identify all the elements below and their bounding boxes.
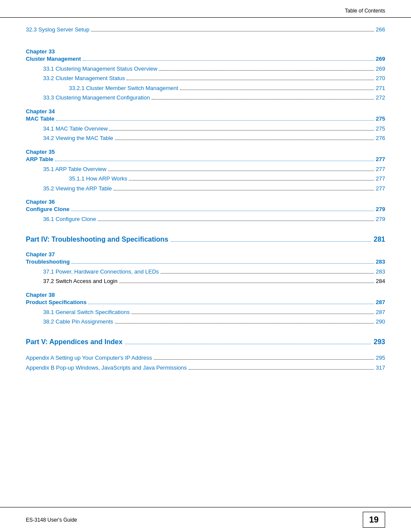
toc-page-33-2: 270: [376, 74, 385, 83]
chapter-38-page: 287: [376, 299, 385, 305]
chapter-38-heading: Chapter 38: [26, 292, 385, 298]
chapter-38-title: Product Specifications: [26, 299, 87, 305]
toc-label-37-1: 37.1 Power, Hardware Connections, and LE…: [43, 268, 159, 276]
toc-label-33-2: 33.2 Cluster Management Status: [43, 74, 125, 83]
toc-entry-34-1: 34.1 MAC Table Overview 275: [43, 124, 385, 133]
toc-dots-34-2: [115, 140, 374, 140]
toc-page-37-2: 284: [376, 277, 385, 286]
chapter-34-title: MAC Table: [26, 115, 54, 122]
toc-entry-33-2: 33.2 Cluster Management Status 270: [43, 74, 385, 83]
appendix-b-page: 317: [376, 364, 385, 372]
part-5-page: 293: [374, 338, 385, 346]
toc-dots-37-2: [119, 283, 374, 283]
toc-page-35-1-1: 277: [376, 174, 385, 183]
toc-entry-34-2: 34.2 Viewing the MAC Table 276: [43, 134, 385, 143]
page-number-box: 19: [363, 512, 385, 528]
chapter-36-title-line: Configure Clone 279: [26, 206, 385, 212]
toc-content: 32.3 Syslog Server Setup 266 Chapter 33 …: [0, 25, 411, 408]
header-title: Table of Contents: [345, 8, 385, 14]
toc-entry-37-1: 37.1 Power, Hardware Connections, and LE…: [43, 268, 385, 276]
part-5-dots: [125, 344, 371, 344]
toc-entry-35-1: 35.1 ARP Table Overview 277: [43, 165, 385, 174]
toc-label-33-2-1: 33.2.1 Cluster Member Switch Management: [69, 84, 178, 93]
chapter-37-dots: [72, 263, 374, 264]
toc-page-33-3: 272: [376, 93, 385, 102]
appendix-entries: Appendix A Setting up Your Computer's IP…: [26, 354, 385, 372]
toc-entry-38-1: 38.1 General Switch Specifications 287: [43, 308, 385, 317]
chapter-33-heading: Chapter 33: [26, 48, 385, 55]
toc-entry-35-2: 35.2 Viewing the ARP Table 277: [43, 184, 385, 193]
chapter-35-section: Chapter 35 ARP Table 277 35.1 ARP Table …: [26, 149, 385, 193]
toc-page-35-1: 277: [376, 165, 385, 174]
chapter-37-section: Chapter 37 Troubleshooting 283 37.1 Powe…: [26, 251, 385, 286]
toc-entry-38-2: 38.2 Cable Pin Assignments 290: [43, 317, 385, 326]
chapter-34-title-line: MAC Table 275: [26, 115, 385, 122]
chapter-36-title: Configure Clone: [26, 206, 69, 212]
chapter-38-dots: [88, 304, 374, 304]
appendix-a-label: Appendix A Setting up Your Computer's IP…: [26, 354, 152, 362]
toc-label-33-3: 33.3 Clustering Management Configuration: [43, 93, 150, 102]
chapter-38-title-line: Product Specifications 287: [26, 299, 385, 305]
chapter-33-title: Cluster Management: [26, 56, 81, 62]
toc-label-32-3: 32.3 Syslog Server Setup: [26, 25, 89, 34]
appendix-a-entry: Appendix A Setting up Your Computer's IP…: [26, 354, 385, 362]
toc-label-36-1: 36.1 Configure Clone: [43, 215, 96, 224]
appendix-b-entry: Appendix B Pop-up Windows, JavaScripts a…: [26, 364, 385, 372]
toc-dots-33-2-1: [180, 90, 374, 90]
part-4-heading: Part IV: Troubleshooting and Specificati…: [26, 236, 385, 243]
chapter-33-title-line: Cluster Management 269: [26, 56, 385, 62]
toc-label-34-2: 34.2 Viewing the MAC Table: [43, 134, 113, 143]
toc-page-32-3: 266: [376, 25, 385, 34]
toc-entry-37-2: 37.2 Switch Access and Login 284: [43, 277, 385, 286]
chapter-35-heading: Chapter 35: [26, 149, 385, 155]
toc-label-38-1: 38.1 General Switch Specifications: [43, 308, 130, 317]
toc-page-36-1: 279: [376, 215, 385, 224]
chapter-37-title-line: Troubleshooting 283: [26, 258, 385, 265]
toc-page-34-2: 276: [376, 134, 385, 143]
chapter-36-heading: Chapter 36: [26, 199, 385, 205]
chapter-33-dots: [83, 60, 374, 61]
part-5-title: Part V: Appendices and Index: [26, 338, 122, 346]
toc-dots-38-1: [131, 314, 374, 314]
chapter-33-sub-subs: 33.2.1 Cluster Member Switch Management …: [69, 84, 385, 93]
chapter-38-subs: 38.1 General Switch Specifications 287 3…: [43, 308, 385, 326]
toc-page-38-1: 287: [376, 308, 385, 317]
toc-entry-35-1-1: 35.1.1 How ARP Works 277: [69, 174, 385, 183]
chapter-34-heading: Chapter 34: [26, 108, 385, 115]
toc-dots-35-1: [108, 171, 374, 171]
chapter-36-dots: [71, 211, 374, 211]
chapter-34-dots: [56, 120, 374, 121]
chapter-36-page: 279: [376, 206, 385, 212]
toc-dots-35-2: [114, 190, 374, 190]
toc-page-33-2-1: 271: [376, 84, 385, 93]
toc-entry-33-3: 33.3 Clustering Management Configuration…: [43, 93, 385, 102]
toc-entry-32-3: 32.3 Syslog Server Setup 266: [26, 25, 385, 34]
chapter-33-section: Chapter 33 Cluster Management 269 33.1 C…: [26, 48, 385, 102]
toc-dots-37-1: [161, 273, 374, 274]
chapter-35-title-line: ARP Table 277: [26, 156, 385, 162]
chapter-37-title: Troubleshooting: [26, 258, 70, 265]
toc-entry-33-1: 33.1 Clustering Management Status Overvi…: [43, 65, 385, 73]
toc-dots-33-3: [152, 99, 374, 100]
toc-dots-36-1: [98, 221, 374, 221]
toc-dots-32-3: [91, 31, 374, 31]
toc-page-34-1: 275: [376, 124, 385, 133]
toc-label-38-2: 38.2 Cable Pin Assignments: [43, 317, 113, 326]
chapter-33-page: 269: [376, 56, 385, 62]
toc-label-35-1: 35.1 ARP Table Overview: [43, 165, 106, 174]
part-4-dots: [171, 241, 371, 242]
toc-page-35-2: 277: [376, 184, 385, 193]
page-footer: ES-3148 User's Guide 19: [0, 507, 411, 532]
toc-entry-36-1: 36.1 Configure Clone 279: [43, 215, 385, 224]
toc-dots-34-1: [109, 130, 374, 131]
chapter-35-title: ARP Table: [26, 156, 53, 162]
part-5-heading: Part V: Appendices and Index 293: [26, 338, 385, 346]
chapter-35-subs: 35.1 ARP Table Overview 277 35.1.1 How A…: [43, 165, 385, 193]
chapter-37-page: 283: [376, 258, 385, 265]
toc-dots-33-2: [127, 80, 374, 80]
toc-dots-35-1-1: [129, 180, 374, 180]
chapter-33-subs: 33.1 Clustering Management Status Overvi…: [43, 65, 385, 102]
appendix-a-dots: [154, 359, 374, 360]
chapter-37-heading: Chapter 37: [26, 251, 385, 258]
appendix-b-dots: [189, 369, 374, 370]
